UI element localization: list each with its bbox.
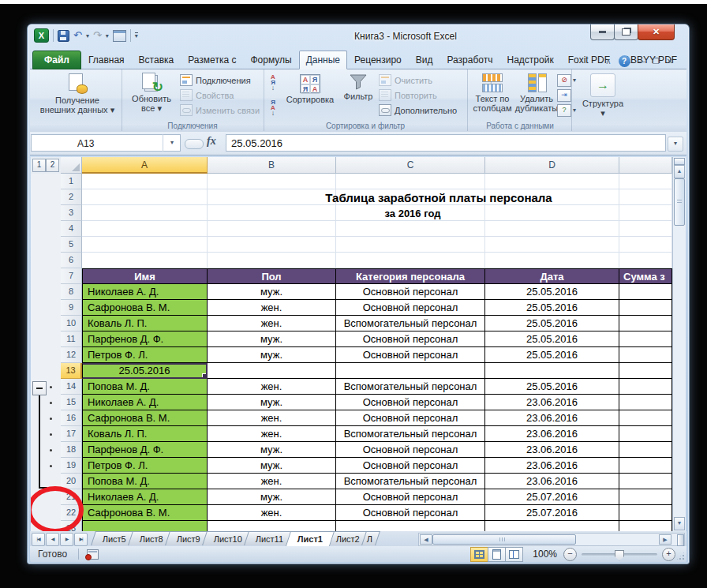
cell-B1[interactable] <box>208 174 336 189</box>
cell-D12[interactable]: 25.05.2016 <box>485 347 619 363</box>
cell-C9[interactable]: Основной персонал <box>336 300 485 316</box>
row-header-8[interactable]: 8 <box>61 284 82 300</box>
row-header-2[interactable]: 2 <box>61 189 82 205</box>
cell-C4[interactable] <box>336 221 485 237</box>
cell-D9[interactable]: 25.05.2016 <box>485 300 619 316</box>
header-cell-5[interactable]: Сумма з <box>619 268 672 284</box>
row-header-1[interactable]: 1 <box>61 174 82 189</box>
cell-C6[interactable] <box>336 253 485 268</box>
scroll-down-icon[interactable]: ▼ <box>674 517 685 530</box>
cell-B11[interactable]: муж. <box>208 331 336 347</box>
insert-function-icon[interactable]: fx <box>207 135 216 148</box>
cell-C10[interactable]: Вспомогательный персонал <box>336 316 485 331</box>
sort-dialog-button[interactable]: АЯ ЯА Сортировка <box>282 72 338 104</box>
cell-D5[interactable] <box>485 237 619 253</box>
cell-E5[interactable] <box>619 237 672 253</box>
get-external-data-button[interactable]: Получение внешних данных ▾ <box>38 72 117 114</box>
tab-split-handle[interactable] <box>677 534 684 546</box>
advanced-filter-item[interactable]: Дополнительно <box>379 103 457 118</box>
structure-button[interactable]: → Структура▾ <box>578 72 628 118</box>
ribbon-tab-Рецензиро[interactable]: Рецензиро <box>347 51 409 69</box>
cell-C16[interactable]: Основной персонал <box>336 410 485 426</box>
cell-E2[interactable] <box>619 189 672 205</box>
zoom-in-icon[interactable]: + <box>662 548 675 561</box>
sort-az-button[interactable]: АЯ↓ <box>267 74 279 90</box>
cell-C18[interactable]: Основной персонал <box>336 442 485 458</box>
sheet-nav-prev-icon[interactable]: ◀ <box>46 533 59 546</box>
sort-za-button[interactable]: ЯА↓ <box>267 99 279 115</box>
scroll-right-icon[interactable]: ▶ <box>659 534 671 545</box>
cell-A2[interactable] <box>82 189 208 205</box>
row-header-17[interactable]: 17 <box>61 426 82 442</box>
cell-E17[interactable] <box>619 426 672 442</box>
zoom-slider[interactable] <box>582 553 657 556</box>
ribbon-tab-Вставка[interactable]: Вставка <box>132 51 181 69</box>
cell-A8[interactable]: Николаев А. Д. <box>82 284 208 300</box>
cell-A6[interactable] <box>82 253 208 268</box>
cell-D21[interactable]: 25.07.2016 <box>485 489 619 505</box>
cell-B19[interactable]: муж. <box>208 458 336 474</box>
cell-D15[interactable]: 23.06.2016 <box>485 395 619 410</box>
qat-customize-icon[interactable]: ▾ <box>135 32 138 39</box>
cell-B23[interactable] <box>208 521 336 531</box>
cell-A3[interactable] <box>82 205 208 221</box>
formula-input[interactable]: 25.05.2016 <box>226 134 666 152</box>
column-header-A[interactable]: A <box>82 157 208 174</box>
cell-C11[interactable]: Основной персонал <box>336 331 485 347</box>
sheet-nav-next-icon[interactable]: ▶ <box>60 533 73 546</box>
sheet-nav-first-icon[interactable]: |◀ <box>32 533 45 546</box>
ribbon-tab-Файл[interactable]: Файл <box>32 51 81 69</box>
zoom-slider-handle[interactable] <box>615 550 624 561</box>
cell-D16[interactable]: 23.06.2016 <box>485 410 619 426</box>
formula-expand-icon[interactable]: ▾ <box>668 137 683 152</box>
cell-E13[interactable] <box>619 363 672 379</box>
cell-B16[interactable]: жен. <box>208 410 336 426</box>
column-header-B[interactable]: B <box>208 157 336 174</box>
ribbon-tab-Данные[interactable]: Данные <box>299 51 347 69</box>
maximize-button[interactable] <box>614 24 638 40</box>
collapse-outline-button[interactable] <box>32 381 47 395</box>
cell-E1[interactable] <box>619 174 672 189</box>
cell-D14[interactable]: 25.05.2016 <box>485 379 619 395</box>
row-header-10[interactable]: 10 <box>61 316 82 331</box>
text-to-columns-button[interactable]: ↓ Текст по столбцам <box>470 72 514 113</box>
row-header-5[interactable]: 5 <box>61 237 82 253</box>
cell-C5[interactable] <box>336 237 485 253</box>
close-button[interactable]: ✕ <box>638 24 675 40</box>
table-title-line2[interactable]: за 2016 год <box>385 208 441 219</box>
cell-A1[interactable] <box>82 174 208 189</box>
cell-B22[interactable]: жен. <box>208 505 336 521</box>
cell-A18[interactable]: Парфенов Д. Ф. <box>82 442 208 458</box>
outline-level-2-button[interactable]: 2 <box>46 159 59 172</box>
cell-B21[interactable]: муж. <box>208 489 336 505</box>
cell-E15[interactable] <box>619 395 672 410</box>
h-scroll-thumb[interactable] <box>432 534 576 545</box>
header-cell-1[interactable]: Имя <box>82 268 208 284</box>
cell-D8[interactable]: 25.05.2016 <box>485 284 619 300</box>
cell-A4[interactable] <box>82 221 208 237</box>
row-header-14[interactable]: 14 <box>61 379 82 395</box>
sheet-tab-Лист1[interactable]: Лист1 <box>285 531 334 546</box>
cell-A21[interactable]: Николаев А. Д. <box>82 489 208 505</box>
minimize-button[interactable] <box>590 24 615 40</box>
ribbon-tab-Надстройк[interactable]: Надстройк <box>500 51 561 69</box>
cell-D23[interactable] <box>485 521 619 531</box>
cell-B15[interactable]: муж. <box>208 395 336 410</box>
cell-C15[interactable]: Основной персонал <box>336 395 485 410</box>
cell-E8[interactable] <box>619 284 672 300</box>
cell-A20[interactable]: Попова М. Д. <box>82 474 208 489</box>
cell-B13[interactable] <box>208 363 336 379</box>
cell-D11[interactable]: 25.05.2016 <box>485 331 619 347</box>
cell-A22[interactable]: Сафронова В. М. <box>82 505 208 521</box>
name-box[interactable]: A13 <box>31 134 181 152</box>
help-icon[interactable]: ? <box>619 55 630 67</box>
cell-D1[interactable] <box>485 174 619 189</box>
workbook-close-icon[interactable]: ✕ <box>667 56 673 67</box>
row-header-3[interactable]: 3 <box>61 205 82 221</box>
cell-C22[interactable]: Основной персонал <box>336 505 485 521</box>
vertical-scrollbar[interactable]: ▲ ▼ <box>672 157 686 531</box>
cell-C20[interactable]: Вспомогательный персонал <box>336 474 485 489</box>
select-all-corner[interactable] <box>61 157 82 174</box>
undo-dropdown-icon[interactable]: ▾ <box>86 32 89 39</box>
cell-D22[interactable]: 25.07.2016 <box>485 505 619 521</box>
